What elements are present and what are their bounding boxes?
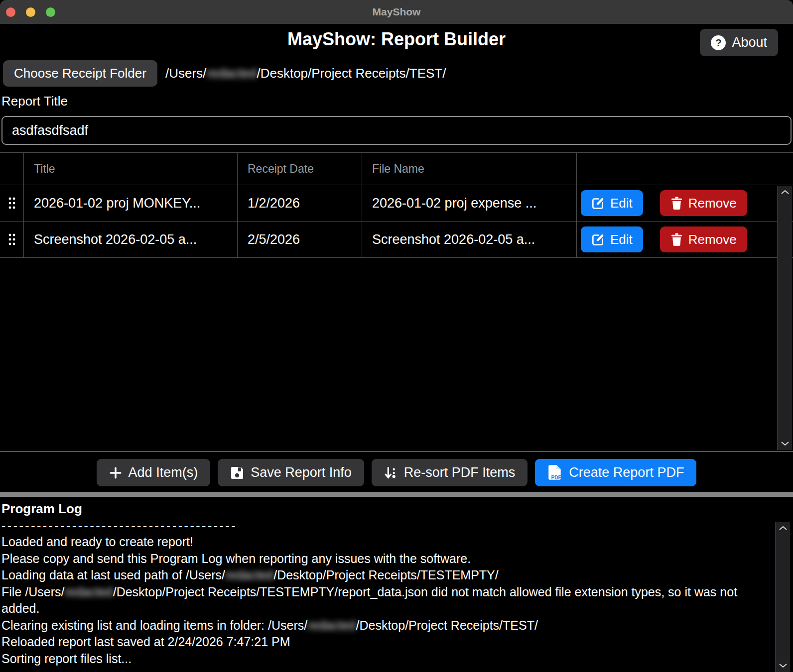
log-text: Loaded and ready to create report! (1, 535, 193, 549)
page-title: MayShow: Report Builder (0, 29, 793, 50)
cell-file-name: 2026-01-02 proj expense ... (362, 185, 577, 221)
create-report-pdf-label: Create Report PDF (569, 465, 684, 480)
add-items-button[interactable]: Add Item(s) (97, 459, 211, 486)
drag-handle[interactable] (0, 222, 24, 257)
grip-dots-icon (8, 233, 16, 246)
redacted-username: redacted (64, 585, 113, 599)
save-report-info-button[interactable]: Save Report Info (218, 459, 364, 486)
cell-actions: Edit Remove (577, 185, 793, 221)
receipt-items-table: Title Receipt Date File Name 2026-01-02 … (0, 152, 793, 452)
section-divider (0, 492, 793, 497)
log-text: File /Users/ (1, 585, 64, 599)
path-prefix: /Users/ (165, 66, 206, 81)
log-line: File /Users/redacted/Desktop/Project Rec… (1, 584, 773, 617)
folder-row: Choose Receipt Folder /Users/redacted/De… (3, 60, 446, 87)
drag-handle[interactable] (0, 185, 24, 221)
scroll-down-icon[interactable] (779, 663, 788, 668)
header-actions (577, 153, 793, 185)
log-text: Reloaded report last saved at 2/24/2026 … (1, 635, 290, 649)
svg-text:PDF: PDF (551, 474, 561, 480)
log-text: Loading data at last used path of /Users… (1, 568, 225, 582)
titlebar: MayShow (0, 0, 793, 24)
edit-button-label: Edit (610, 196, 633, 211)
header-title: Title (24, 153, 238, 185)
cell-receipt-date: 2/5/2026 (238, 222, 362, 257)
floppy-disk-icon (230, 466, 244, 480)
actions-row: Add Item(s) Save Report Info Re-sort PDF… (0, 459, 793, 486)
remove-button-label: Remove (688, 232, 737, 247)
log-text: /Desktop/Project Receipts/TEST/ (356, 618, 537, 632)
scroll-up-icon[interactable] (779, 526, 788, 531)
create-report-pdf-button[interactable]: PDF Create Report PDF (535, 459, 696, 486)
header-drag-column (0, 153, 24, 185)
log-line: Clearing existing list and loading items… (1, 617, 773, 634)
about-button-label: About (732, 35, 767, 50)
log-line: Please copy and send this Program Log wh… (1, 551, 773, 567)
table-row: 2026-01-02 proj MONKEY... 1/2/2026 2026-… (0, 185, 793, 222)
about-button[interactable]: ? About (700, 29, 778, 56)
cell-actions: Edit Remove (577, 222, 793, 257)
log-text: Please copy and send this Program Log wh… (1, 552, 471, 565)
trash-icon (670, 232, 683, 246)
report-title-label: Report Title (1, 94, 68, 109)
resort-pdf-items-label: Re-sort PDF Items (404, 465, 516, 480)
choose-receipt-folder-button[interactable]: Choose Receipt Folder (3, 60, 157, 87)
table-header-row: Title Receipt Date File Name (0, 153, 793, 185)
log-line: Reloaded report last saved at 2/24/2026 … (1, 634, 773, 651)
plus-icon (109, 466, 122, 479)
redacted-username: redacted (206, 66, 257, 81)
header-receipt-date: Receipt Date (238, 153, 362, 185)
redacted-username: redacted (307, 618, 356, 632)
add-items-label: Add Item(s) (129, 465, 198, 480)
log-text: /Desktop/Project Receipts/TESTEMPTY/ (273, 568, 499, 582)
log-line: Loading data at last used path of /Users… (1, 567, 773, 584)
app-window: MayShow MayShow: Report Builder ? About … (0, 0, 793, 672)
program-log-heading: Program Log (1, 501, 793, 517)
log-text: Clearing existing list and loading items… (1, 618, 307, 632)
scroll-down-icon[interactable] (781, 441, 790, 446)
cell-receipt-date: 1/2/2026 (238, 185, 362, 221)
edit-button-label: Edit (610, 232, 633, 247)
resort-pdf-items-button[interactable]: Re-sort PDF Items (372, 459, 528, 486)
remove-button-label: Remove (688, 196, 737, 211)
program-log-section: Program Log ----------------------------… (0, 498, 793, 672)
edit-button[interactable]: Edit (581, 226, 643, 252)
cell-title: 2026-01-02 proj MONKEY... (24, 185, 238, 221)
redacted-username: redacted (225, 568, 273, 582)
sort-arrows-icon (384, 466, 397, 480)
edit-button[interactable]: Edit (581, 190, 643, 216)
header-file-name: File Name (362, 153, 577, 185)
log-scrollbar[interactable] (775, 522, 790, 672)
table-scrollbar[interactable] (777, 186, 792, 450)
log-line: Loaded and ready to create report! (1, 534, 773, 551)
receipt-folder-path: /Users/redacted/Desktop/Project Receipts… (165, 66, 446, 81)
pdf-file-icon: PDF (547, 464, 562, 481)
log-line: Sorting report files list... (1, 651, 773, 668)
remove-button[interactable]: Remove (660, 190, 747, 216)
save-report-info-label: Save Report Info (251, 465, 352, 480)
log-text: Sorting report files list... (1, 652, 132, 666)
question-circle-icon: ? (711, 35, 726, 50)
trash-icon (670, 196, 683, 210)
pencil-square-icon (591, 233, 605, 246)
program-log-body: ----------------------------------------… (1, 518, 773, 667)
report-title-input[interactable] (1, 116, 792, 145)
cell-file-name: Screenshot 2026-02-05 a... (362, 222, 577, 257)
grip-dots-icon (8, 197, 16, 210)
table-row: Screenshot 2026-02-05 a... 2/5/2026 Scre… (0, 222, 793, 258)
log-dashed-divider: ---------------------------------------- (1, 518, 773, 534)
remove-button[interactable]: Remove (660, 226, 747, 252)
cell-title: Screenshot 2026-02-05 a... (24, 222, 238, 257)
scroll-up-icon[interactable] (781, 190, 790, 195)
pencil-square-icon (591, 197, 605, 210)
path-suffix: /Desktop/Project Receipts/TEST/ (257, 66, 446, 81)
window-title: MayShow (0, 0, 793, 24)
